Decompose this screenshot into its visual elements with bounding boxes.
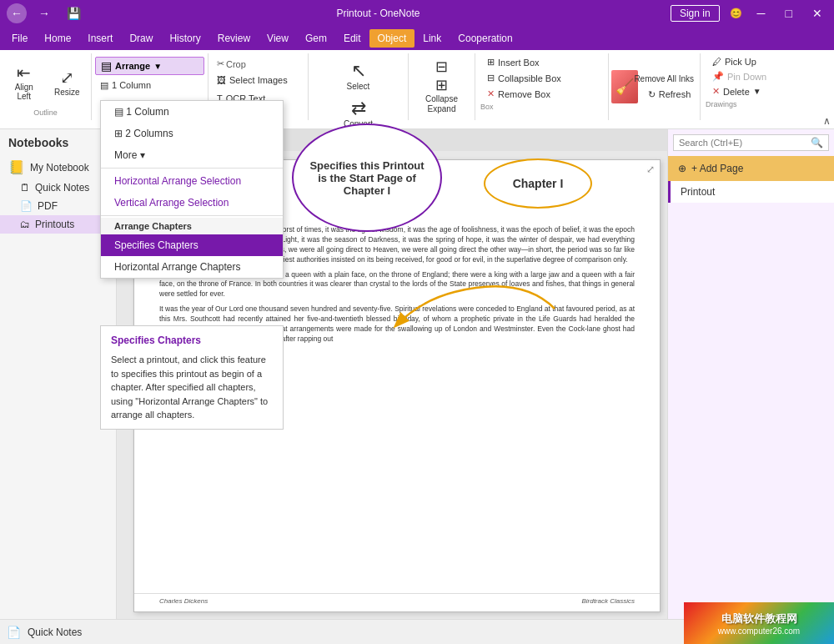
add-page-button[interactable]: ⊕ + Add Page (668, 156, 834, 181)
page-expand-button[interactable]: ⤢ (646, 164, 655, 175)
watermark-url: www.computer26.com (718, 626, 800, 636)
arrange-dropdown-button[interactable]: ▤ Arrange ▼ (95, 57, 204, 75)
search-icon: 🔍 (811, 137, 823, 148)
back-icon: ← (11, 7, 23, 20)
notebook-icon: 📒 (8, 159, 25, 175)
watermark-text: 电脑软件教程网 (721, 611, 797, 626)
document-footer: Charles Dickens Birdtrack Classics (134, 593, 660, 605)
menu-draw[interactable]: Draw (121, 29, 161, 48)
arrange-icon: ▤ (101, 59, 112, 73)
resize-icon: ⤢ (60, 68, 74, 88)
remove-box-button[interactable]: ✕ Remove Box (480, 87, 557, 101)
chapter-callout-text: Chapter I (513, 177, 564, 190)
dropdown-sep2 (101, 215, 283, 216)
bottom-icon: 📄 (7, 626, 21, 639)
select-icon: ↖ (351, 60, 366, 82)
sidebar-printouts[interactable]: 🗂 Printouts (0, 215, 116, 234)
title-bar: ← → 💾 Printout - OneNote Sign in 😊 ─ □ ✕ (0, 0, 834, 27)
add-page-label: + Add Page (691, 163, 743, 174)
sidebar-notebook[interactable]: 📒 My Notebook (0, 156, 116, 179)
dropdown-2col[interactable]: ⊞ 2 Columns (101, 123, 283, 144)
tooltip-body: Select a printout, and click this featur… (111, 353, 273, 422)
title-bar-controls: Sign in 😊 ─ □ ✕ (671, 5, 827, 22)
dropdown-sep1 (101, 168, 283, 169)
notebook-label: My Notebook (30, 162, 89, 174)
search-input[interactable] (679, 138, 811, 148)
menu-insert[interactable]: Insert (79, 29, 121, 48)
dropdown-more[interactable]: More ▾ (101, 144, 283, 166)
outline-section-label: Outline (3, 108, 88, 117)
dropdown-vert-arrange[interactable]: Vertical Arrange Selection (101, 192, 283, 214)
back-button[interactable]: ← (7, 3, 27, 23)
page-item-printout[interactable]: Printout (668, 181, 834, 203)
sidebar: Notebooks 📒 My Notebook 🗒 Quick Notes 📄 … (0, 129, 117, 619)
close-button[interactable]: ✕ (807, 5, 827, 22)
one-column-button[interactable]: ▤ 1 Column (95, 76, 204, 94)
select-button[interactable]: ↖ Select (338, 57, 379, 94)
dropdown-1col[interactable]: ▤ 1 Column (101, 101, 283, 123)
menu-gem[interactable]: Gem (297, 29, 335, 48)
search-bar: 🔍 (673, 134, 829, 151)
sidebar-pdf[interactable]: 📄 PDF (0, 197, 116, 215)
one-column-icon: ▤ (100, 80, 108, 91)
dropdown-arrange-chapters-label: Arrange Chapters (101, 218, 283, 234)
resize-button[interactable]: ⤢ Resize (47, 57, 88, 107)
menu-review[interactable]: Review (209, 29, 259, 48)
remove-box-icon: ✕ (487, 88, 495, 99)
dropdown-specifies-chapters[interactable]: Specifies Chapters (101, 234, 283, 256)
crop-button[interactable]: ✂ Crop (212, 57, 304, 71)
title-bar-left: ← → 💾 (7, 3, 86, 23)
tooltip-bubble-text: Specifies this Printout is the Start Pag… (307, 159, 427, 197)
ribbon-collapse-button[interactable]: ∧ (823, 115, 831, 127)
collapsible-box-button[interactable]: ⊟ Collapsible Box (480, 71, 568, 85)
dropdown-horiz-arrange[interactable]: Horizontal Arrange Selection (101, 170, 283, 192)
menu-home[interactable]: Home (36, 29, 79, 48)
sign-in-button[interactable]: Sign in (671, 5, 720, 22)
pick-up-button[interactable]: 🖊 Pick Up (706, 55, 804, 68)
pin-down-icon: 📌 (712, 71, 724, 82)
align-left-icon: ⇤ (17, 63, 31, 83)
right-panel: 🔍 ⊕ + Add Page Printout (667, 129, 834, 619)
menu-edit[interactable]: Edit (335, 29, 369, 48)
pdf-icon: 📄 (20, 200, 33, 212)
col1-icon: ▤ (114, 106, 126, 118)
remove-inks-button[interactable]: Remove All Inks (641, 73, 687, 86)
collapse-expand-icon: ⊟⊞ (435, 58, 448, 94)
collapse-expand-button[interactable]: ⊟⊞ Collapse Expand (414, 57, 469, 115)
collapsible-box-icon: ⊟ (487, 73, 495, 83)
menu-view[interactable]: View (259, 29, 297, 48)
insert-box-icon: ⊞ (487, 57, 495, 68)
specifies-chapters-tooltip: Specifies Chapters Select a printout, an… (100, 325, 284, 430)
printouts-icon: 🗂 (20, 219, 30, 230)
menu-file[interactable]: File (3, 29, 36, 48)
col2-icon: ⊞ (114, 128, 125, 139)
save-button[interactable]: 💾 (62, 5, 86, 22)
crop-icon: ✂ (217, 58, 224, 69)
restore-button[interactable]: □ (781, 5, 797, 22)
window-title: Printout - OneNote (86, 8, 671, 19)
minimize-button[interactable]: ─ (752, 5, 771, 22)
sidebar-quick-notes[interactable]: 🗒 Quick Notes (0, 179, 116, 197)
menu-link[interactable]: Link (414, 29, 450, 48)
chapter-callout: Chapter I (484, 158, 592, 209)
forward-button[interactable]: → (33, 5, 55, 22)
pin-down-button[interactable]: 📌 Pin Down (706, 69, 804, 83)
dropdown-horiz-chapters[interactable]: Horizontal Arrange Chapters (101, 256, 283, 278)
select-images-button[interactable]: 🖼 Select Images (212, 71, 304, 89)
arrange-dropdown-menu: ▤ 1 Column ⊞ 2 Columns More ▾ Horizontal… (100, 100, 284, 279)
menu-history[interactable]: History (161, 29, 208, 48)
insert-box-button[interactable]: ⊞ Insert Box (480, 55, 546, 69)
footer-right: Birdtrack Classics (581, 597, 635, 605)
align-left-button[interactable]: ⇤ AlignLeft (3, 57, 45, 107)
box-section-label: Box (480, 103, 603, 111)
drawings-section-label: Drawings (706, 100, 804, 108)
collapse-expand-label: Collapse Expand (425, 94, 458, 114)
menu-object[interactable]: Object (369, 29, 415, 48)
menu-cooperation[interactable]: Cooperation (450, 29, 520, 48)
menu-bar: File Home Insert Draw History Review Vie… (0, 27, 834, 50)
printouts-label: Printouts (35, 219, 74, 230)
delete-button[interactable]: ✕ Delete ▼ (706, 84, 804, 98)
tooltip-bubble: Specifies this Printout is the Start Pag… (292, 123, 442, 232)
refresh-button[interactable]: ↻ Refresh (641, 88, 698, 102)
select-images-icon: 🖼 (217, 75, 226, 85)
